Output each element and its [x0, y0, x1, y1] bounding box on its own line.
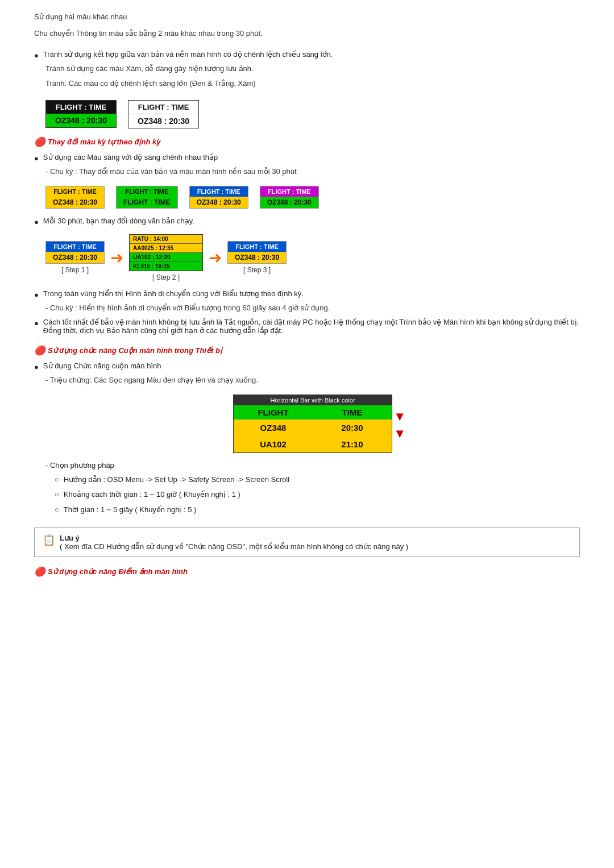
orange-circle-icon: 🔴 — [34, 136, 45, 147]
section3-title: 🔴 Sử dụng chức năng Cuộn màn hình trong … — [34, 345, 580, 356]
arrow-icon: ➜ — [209, 248, 222, 267]
method-text: Hướng dẫn : OSD Menu -> Set Up -> Safety… — [64, 474, 289, 486]
panel-header: FLIGHT : TIME — [228, 242, 286, 252]
method-text: Khoảng cách thời gian : 1 ~ 10 giờ ( Khu… — [64, 489, 240, 501]
bullet-dot: ● — [34, 154, 39, 163]
panel-data: OZ348 : 20:30 — [128, 114, 198, 128]
panel-header: FLIGHT : TIME — [46, 242, 104, 252]
scroll-demo-container: Horizontal Bar with Black color FLIGHT T… — [45, 394, 580, 453]
list-item: ● Tránh sử dụng kết hợp giữa văn bản và … — [34, 50, 580, 60]
sub-text-cycle: - Chu kỳ : Thay đổi màu của văn bản và m… — [45, 166, 580, 178]
bullet-dot: ● — [34, 218, 39, 226]
intro-line1: Sử dụng hai màu khác nhau — [34, 11, 580, 23]
sub-text-image: - Chu kỳ : Hiển thị hình ảnh di chuyển v… — [45, 302, 580, 314]
bullet-text: Sử dụng các Màu sáng với độ sáng chênh n… — [43, 153, 218, 161]
panel-data: FLIGHT : TIME — [117, 197, 177, 208]
bullet-dot: ● — [34, 363, 39, 371]
note-title: Lưu ý — [60, 534, 80, 542]
scroll-cell-oz348-time: 20:30 — [313, 420, 392, 436]
scroll-title-row: FLIGHT TIME — [234, 405, 392, 420]
step2-row4: KL015 : 19:25 — [130, 262, 202, 271]
bullet-text: Sử dụng Chức năng cuộn màn hình — [43, 362, 161, 370]
scroll-demo-wrapper: Horizontal Bar with Black color FLIGHT T… — [233, 394, 392, 453]
sub-text-1: Tránh sử dụng các màu Xám, dễ dàng gây h… — [45, 63, 580, 75]
circle-icon: ○ — [55, 474, 59, 486]
circle-icon: ○ — [55, 504, 59, 516]
arrow-icon: ➜ — [110, 248, 123, 267]
panel-blue: FLIGHT : TIME OZ348 : 20:30 — [189, 186, 248, 209]
panel-data: OZ348 : 20:30 — [46, 197, 104, 208]
step3-panel: FLIGHT : TIME OZ348 : 20:30 — [227, 241, 287, 264]
panel-magenta: FLIGHT : TIME OZ348 : 20:30 — [260, 186, 319, 209]
scroll-title-time: TIME — [313, 405, 392, 420]
step3-box: FLIGHT : TIME OZ348 : 20:30 [ Step 3 ] — [227, 241, 287, 274]
image-bullets-section: ● Trong toàn vùng hiển thị Hình ảnh di c… — [34, 289, 580, 335]
panel-data: OZ348 : 20:30 — [190, 197, 248, 208]
bullet-text: Cách tốt nhất để bảo vệ màn hình không b… — [43, 318, 580, 335]
bullet-dot: ● — [34, 319, 39, 327]
note-icon: 📋 — [43, 534, 55, 546]
circle-icon: ○ — [55, 489, 59, 501]
method-text: Thời gian : 1 ~ 5 giây ( Khuyến nghị : 5… — [64, 504, 197, 516]
list-item: ○ Thời gian : 1 ~ 5 giây ( Khuyến nghị :… — [55, 504, 580, 516]
scroll-up-arrow: ▼ — [393, 410, 406, 423]
bullet-dot: ● — [34, 290, 39, 299]
scroll-arrows: ▼ ▼ — [393, 410, 406, 440]
bullet-text: Tránh sử dụng kết hợp giữa văn bản và nề… — [43, 50, 333, 59]
panel-header: FLIGHT : TIME — [128, 101, 198, 114]
step2-row1: RATU : 14:00 — [130, 235, 202, 244]
panel-data: OZ348 : 20:30 — [260, 197, 318, 208]
panel-header: FLIGHT : TIME — [190, 186, 248, 197]
step1-box: FLIGHT : TIME OZ348 : 20:30 [ Step 1 ] — [45, 241, 105, 274]
step2-row3: UA102 : 12:20 — [130, 253, 202, 262]
sub-text-2: Tránh: Các màu có độ chênh lệch sáng lớn… — [45, 78, 580, 90]
bullet-dot: ● — [34, 51, 39, 60]
panel-data: OZ348 : 20:30 — [46, 252, 104, 263]
scroll-down-arrow: ▼ — [393, 427, 406, 440]
section2-title: 🔴 Thay đổi màu kỳ tự theo định kỳ — [34, 136, 580, 147]
panels-row-1: FLIGHT : TIME OZ348 : 20:30 FLIGHT : TIM… — [45, 100, 580, 128]
step3-label: [ Step 3 ] — [243, 266, 271, 274]
scroll-title-flight: FLIGHT — [234, 405, 313, 420]
sub-text-symptom: - Triệu chứng: Các Sọc ngang Màu đen chạ… — [45, 375, 580, 387]
section4-title: 🔴 Sử dụng chức năng Điểm ảnh màn hình — [34, 566, 580, 577]
orange-circle-icon: 🔴 — [34, 345, 45, 356]
step2-panel: RATU : 14:00 AA0025 : 12:35 UA102 : 12:2… — [129, 234, 203, 271]
scroll-row-ua102: UA102 21:10 — [234, 436, 392, 452]
panel-header: FLIGHT : TIME — [46, 186, 104, 197]
step2-box: RATU : 14:00 AA0025 : 12:35 UA102 : 12:2… — [129, 234, 203, 281]
step2-row2: AA0025 : 12:35 — [130, 244, 202, 253]
step2-label: [ Step 2 ] — [152, 273, 180, 281]
note-content: Lưu ý ( Xem đĩa CD Hướng dẫn sử dụng về … — [60, 534, 408, 551]
list-item: ○ Hướng dẫn : OSD Menu -> Set Up -> Safe… — [55, 474, 580, 486]
scroll-cell-oz348-flight: OZ348 — [234, 420, 313, 436]
panel-header: FLIGHT : TIME — [46, 101, 116, 114]
intro-line2: Chu chuyển Thông tin màu sắc bằng 2 màu … — [34, 28, 580, 40]
choose-method-label: - Chọn phương pháp — [45, 461, 580, 470]
flight-panel-light: FLIGHT : TIME OZ348 : 20:30 — [128, 100, 199, 128]
list-item: ● Sử dụng Chức năng cuộn màn hình — [34, 362, 580, 371]
panel-header: FLIGHT : TIME — [260, 186, 318, 197]
panel-yellow: FLIGHT : TIME OZ348 : 20:30 — [45, 186, 105, 209]
step1-label: [ Step 1 ] — [61, 266, 89, 274]
panel-data: OZ348 : 20:30 — [228, 252, 286, 263]
flight-panel-dark: FLIGHT : TIME OZ348 : 20:30 — [45, 100, 117, 128]
list-item: ● Sử dụng các Màu sáng với độ sáng chênh… — [34, 153, 580, 163]
note-text: ( Xem đĩa CD Hướng dẫn sử dụng về "Chức … — [60, 542, 408, 551]
orange-circle-icon: 🔴 — [34, 566, 45, 577]
bullet-text: Trong toàn vùng hiển thị Hình ảnh di chu… — [43, 289, 304, 298]
scroll-demo-header: Horizontal Bar with Black color — [234, 395, 392, 405]
panel-header: FLIGHT : TIME — [117, 186, 177, 197]
list-item: ● Cách tốt nhất để bảo vệ màn hình không… — [34, 318, 580, 335]
scroll-row-oz348: OZ348 20:30 — [234, 420, 392, 436]
list-item: ● Mỗi 30 phút, bạn thay đổi dòng văn bản… — [34, 217, 580, 226]
bullet-text: Mỗi 30 phút, bạn thay đổi dòng văn bản c… — [43, 217, 194, 225]
list-item: ● Trong toàn vùng hiển thị Hình ảnh di c… — [34, 289, 580, 299]
scroll-demo-panel: Horizontal Bar with Black color FLIGHT T… — [233, 394, 392, 453]
steps-diagram: FLIGHT : TIME OZ348 : 20:30 [ Step 1 ] ➜… — [45, 234, 580, 281]
panel-data: OZ348 : 20:30 — [46, 114, 116, 127]
scroll-cell-ua102-flight: UA102 — [234, 436, 313, 452]
color-panels-row: FLIGHT : TIME OZ348 : 20:30 FLIGHT : TIM… — [45, 186, 580, 209]
list-item: ○ Khoảng cách thời gian : 1 ~ 10 giờ ( K… — [55, 489, 580, 501]
step1-panel: FLIGHT : TIME OZ348 : 20:30 — [45, 241, 105, 264]
